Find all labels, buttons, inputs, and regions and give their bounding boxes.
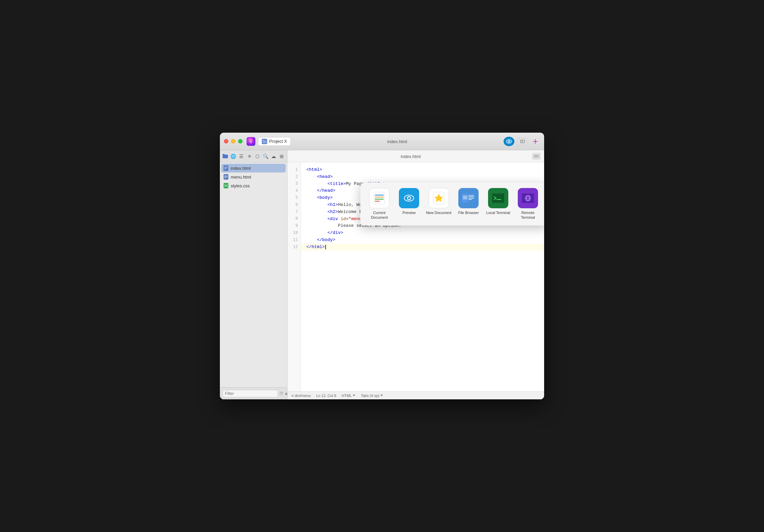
editor-panel: index.html 1 2 3 4 5 6 7 [287,150,544,399]
remote-terminal-icon [518,188,538,208]
preview-icon [399,188,419,208]
sidebar-cloud-btn[interactable]: ☁ [270,153,277,160]
title-area: index.html [291,133,504,150]
local-terminal-label: Local Terminal [486,210,510,215]
breadcrumb-status: ≡ div#menu [291,394,311,398]
sidebar-hex-btn[interactable]: ⬡ [254,153,261,160]
line-num-5: 5 [287,194,301,202]
file-name-index-html: index.html [231,166,251,171]
filter-input[interactable] [223,390,278,397]
editor-toolbar: index.html [287,150,544,162]
sidebar: 🌐 ☰ ✳ ⬡ 🔍 ☁ ⊞ index.html [220,150,287,399]
svg-rect-1 [262,140,266,143]
code-line-12: </html> [301,244,544,251]
traffic-lights [224,139,243,143]
title-bar-right [504,137,540,146]
line-num-8: 8 [287,216,301,223]
tab-label: Project X [269,139,287,144]
file-item-menu-html[interactable]: menu.html [220,172,287,181]
popup-item-current-document[interactable]: Current Document [366,188,393,220]
sidebar-web-btn[interactable]: 🌐 [230,153,237,160]
popup-panel: Current Document Preview [360,183,544,225]
maximize-button[interactable] [238,139,243,143]
code-line-10: </div> [306,230,539,237]
editor-collapse-btn[interactable] [532,153,541,160]
line-num-4: 4 [287,187,301,194]
file-name-styles-css: styles.css [231,183,250,188]
new-document-icon [429,188,449,208]
sidebar-grid-btn[interactable]: ⊞ [278,153,285,160]
svg-rect-24 [374,192,385,204]
file-item-index-html[interactable]: index.html [221,164,286,172]
indent-status[interactable]: Tabs (4 sp) [361,394,383,398]
remote-terminal-label: Remote Terminal [514,210,541,220]
new-document-label: New Document [426,210,451,215]
preview-label: Preview [402,210,415,215]
line-num-2: 2 [287,174,301,181]
code-line-11: </body> [306,237,539,244]
line-num-10: 10 [287,230,301,237]
sidebar-list-btn[interactable]: ☰ [238,153,245,160]
svg-rect-46 [492,193,504,203]
tab-folder-icon [262,139,267,144]
position-status: Ln 12, Col 8 [316,394,336,398]
file-item-styles-css[interactable]: styles.css [220,181,287,190]
code-line-1: <html> [306,166,539,174]
app-icon [247,137,255,146]
preview-eye-button[interactable] [504,137,514,146]
popup-item-file-browser[interactable]: File Browser [455,188,482,220]
editor-filename-title: index.html [387,139,407,144]
sidebar-search-btn[interactable]: 🔍 [262,153,269,160]
minimize-button[interactable] [231,139,235,143]
line-num-12: 12 [287,244,301,251]
line-num-9: 9 [287,222,301,230]
language-label: HTML [342,394,352,398]
svg-point-33 [408,197,409,198]
line-num-3: 3 [287,181,301,188]
popup-item-local-terminal[interactable]: Local Terminal [485,188,512,220]
line-numbers: 1 2 3 4 5 6 7 8 9 10 11 12 [287,162,301,391]
close-button[interactable] [224,139,228,143]
main-window: Project X index.html [220,133,544,399]
line-num-7: 7 [287,209,301,216]
local-terminal-icon [488,188,508,208]
code-line-2: <head> [306,174,539,181]
current-document-label: Current Document [366,210,393,220]
language-status[interactable]: HTML [342,394,356,398]
file-list: index.html menu.html [220,162,287,387]
file-browser-icon [458,188,479,208]
sidebar-asterisk-btn[interactable]: ✳ [246,153,253,160]
filter-clock-btn[interactable]: ⏱ [279,390,283,397]
popup-item-remote-terminal[interactable]: Remote Terminal [514,188,541,220]
svg-point-5 [509,141,510,142]
project-tab[interactable]: Project X [258,137,291,146]
sidebar-toolbar: 🌐 ☰ ✳ ⬡ 🔍 ☁ ⊞ [220,150,287,162]
editor-status-bar: ≡ div#menu Ln 12, Col 8 HTML Tabs (4 sp) [287,391,544,399]
editor-toolbar-title-area: index.html [291,150,531,162]
popup-item-new-document[interactable]: New Document [425,188,452,220]
svg-rect-2 [262,140,264,141]
svg-rect-6 [520,140,525,143]
svg-rect-11 [223,154,225,155]
current-document-icon [369,188,389,208]
add-panel-button[interactable] [531,137,540,146]
sidebar-folder-btn[interactable] [222,153,229,160]
file-name-menu-html: menu.html [231,175,251,180]
popup-item-preview[interactable]: Preview [396,188,423,220]
line-num-11: 11 [287,237,301,244]
svg-rect-37 [462,193,468,203]
line-num-6: 6 [287,202,301,209]
indent-label: Tabs (4 sp) [361,394,379,398]
file-browser-label: File Browser [458,210,479,215]
editor-toolbar-title: index.html [401,154,421,159]
main-content: 🌐 ☰ ✳ ⬡ 🔍 ☁ ⊞ index.html [220,150,544,399]
sidebar-bottom: ⏱ ◈ [220,387,287,399]
title-bar: Project X index.html [220,133,544,150]
window-mode-button[interactable] [517,138,528,145]
line-num-1: 1 [287,166,301,174]
